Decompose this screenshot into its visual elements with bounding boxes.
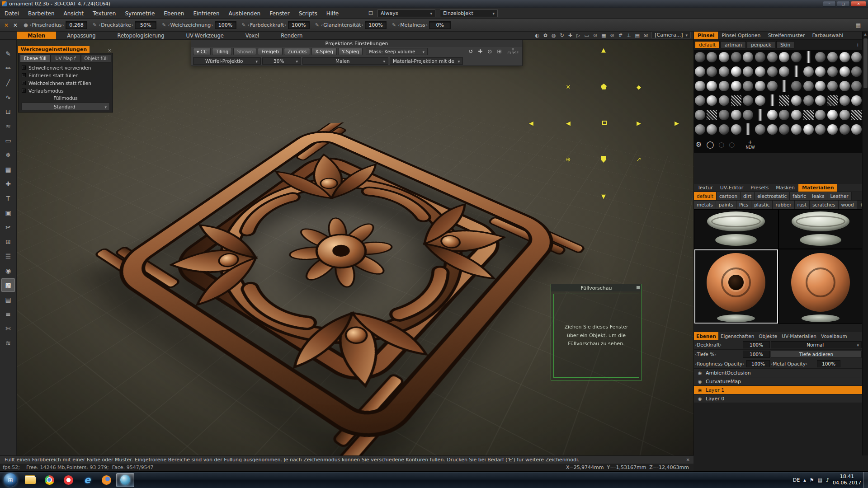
brush-thumbnail[interactable] bbox=[814, 64, 826, 79]
slider-label[interactable]: Metalness bbox=[398, 22, 428, 28]
opacity-label[interactable]: Deckkraft bbox=[695, 342, 742, 347]
brush-set-tab[interactable]: Skin bbox=[776, 41, 794, 48]
white-x-icon[interactable]: ✕ bbox=[13, 22, 18, 28]
brush-thumbnail[interactable] bbox=[802, 79, 815, 93]
brush-thumbnail[interactable] bbox=[839, 122, 851, 136]
brush-thumbnail[interactable] bbox=[802, 122, 815, 136]
brush-thumbnail[interactable] bbox=[754, 64, 766, 79]
brush-thumbnail[interactable] bbox=[694, 50, 706, 64]
projection-button[interactable]: Freigeb bbox=[258, 48, 283, 55]
eye-icon[interactable]: ◉ bbox=[694, 371, 706, 375]
brush-thumbnail[interactable] bbox=[754, 93, 766, 108]
checkbox[interactable] bbox=[22, 73, 26, 77]
brush-thumbnail[interactable] bbox=[706, 50, 718, 64]
brush-thumbnail[interactable] bbox=[778, 79, 790, 93]
brush-thumbnail[interactable] bbox=[718, 64, 730, 79]
tool-pose[interactable]: ☰ bbox=[1, 249, 15, 263]
brush-thumbnail[interactable] bbox=[790, 79, 802, 93]
projection-dropdown[interactable]: Material-Projektion mit de bbox=[390, 57, 463, 65]
brush-thumbnail[interactable] bbox=[730, 93, 742, 108]
brush-thumbnail[interactable] bbox=[814, 93, 826, 108]
brush-thumbnail[interactable] bbox=[730, 79, 742, 93]
scrollbar-thumb[interactable] bbox=[863, 38, 868, 88]
brush-thumbnail[interactable] bbox=[742, 64, 755, 79]
menu-item[interactable]: Einfrieren bbox=[189, 10, 224, 17]
scroll-up-icon[interactable]: ▲ bbox=[864, 33, 866, 36]
brush-thumbnail[interactable] bbox=[742, 79, 755, 93]
dock-tab[interactable]: Presets bbox=[747, 184, 772, 192]
room-tab[interactable]: Retopologisierung bbox=[107, 32, 175, 39]
menu-item[interactable]: Texturen bbox=[88, 10, 121, 17]
dock-tab[interactable]: Ebenen bbox=[694, 332, 718, 340]
checkbox[interactable] bbox=[22, 66, 26, 70]
brush-thumbnail[interactable] bbox=[839, 50, 851, 64]
roughness-opacity-value[interactable]: 100% bbox=[746, 360, 770, 367]
brush-thumbnail[interactable] bbox=[730, 122, 742, 136]
menu-item[interactable]: Symmetrie bbox=[120, 10, 159, 17]
dock-tab[interactable]: Textur bbox=[694, 184, 717, 192]
brush-thumbnail[interactable] bbox=[802, 93, 815, 108]
pin-icon[interactable] bbox=[636, 286, 640, 290]
menu-item[interactable]: Ebenen bbox=[159, 10, 189, 17]
projection-button[interactable]: Zurücks bbox=[284, 48, 310, 55]
brush-thumbnail[interactable] bbox=[718, 79, 730, 93]
eye-icon[interactable]: ◉ bbox=[694, 379, 706, 384]
brush-thumbnail[interactable] bbox=[766, 108, 778, 122]
dock-tab[interactable]: Voxelbaum bbox=[819, 332, 849, 340]
brush-thumbnail[interactable] bbox=[814, 50, 826, 64]
tool-clone[interactable]: ⊡ bbox=[1, 105, 15, 118]
tool-brush[interactable]: ✎ bbox=[1, 47, 15, 61]
brush-thumbnail[interactable] bbox=[706, 79, 718, 93]
gear-icon[interactable]: ⚙ bbox=[696, 141, 702, 149]
brush-thumbnail[interactable] bbox=[814, 122, 826, 136]
brush-thumbnail[interactable] bbox=[826, 79, 839, 93]
material-thumbnail-selected[interactable] bbox=[694, 249, 778, 324]
brush-thumbnail[interactable] bbox=[839, 108, 851, 122]
fill-mode-tab[interactable]: UV-Map f bbox=[50, 55, 80, 62]
panel-title[interactable]: Füllvorschau bbox=[551, 284, 642, 291]
material-thumbnail[interactable] bbox=[694, 209, 778, 249]
rotate-view-icon[interactable]: ↺ bbox=[468, 48, 473, 55]
brush-thumbnail[interactable] bbox=[778, 122, 790, 136]
material-category-tab[interactable]: metals bbox=[694, 201, 716, 209]
CurvatureMap[interactable]: ◉ CurvatureMap bbox=[694, 377, 863, 386]
light-icon[interactable]: ✿ bbox=[543, 33, 547, 38]
material-thumbnail[interactable] bbox=[778, 249, 863, 324]
zoom-view-icon[interactable]: ⊙ bbox=[487, 48, 492, 55]
brush-thumbnail[interactable] bbox=[814, 79, 826, 93]
brush-thumbnail[interactable] bbox=[826, 122, 839, 136]
brush-thumbnail[interactable] bbox=[706, 122, 718, 136]
brush-thumbnail[interactable] bbox=[790, 50, 802, 64]
brush-thumbnail[interactable] bbox=[850, 64, 863, 79]
sym-arrow-down[interactable]: ▼ bbox=[600, 192, 607, 200]
brush-thumbnail[interactable] bbox=[790, 93, 802, 108]
brush-thumbnail[interactable] bbox=[778, 50, 790, 64]
Layer 1[interactable]: ◉ Layer 1 bbox=[694, 386, 863, 394]
brush-thumbnail[interactable] bbox=[850, 93, 863, 108]
material-category-tab[interactable]: fabric bbox=[790, 192, 809, 200]
menu-item[interactable]: Ausblenden bbox=[224, 10, 265, 17]
sym-cross-marker[interactable]: ✕ bbox=[565, 83, 572, 90]
maximize-button[interactable]: ▢ bbox=[837, 1, 850, 7]
material-category-tab[interactable]: dirt bbox=[741, 192, 755, 200]
sym-arrow-left[interactable]: ◀ bbox=[565, 119, 572, 127]
material-category-tab[interactable]: default bbox=[694, 192, 717, 200]
tool-line[interactable]: ╱ bbox=[1, 76, 15, 89]
brush-thumbnail[interactable] bbox=[778, 64, 790, 79]
projection-dropdown[interactable]: 30% bbox=[262, 57, 301, 65]
material-category-tab[interactable]: leaks bbox=[809, 192, 827, 200]
chrome-icon[interactable] bbox=[40, 473, 58, 487]
sym-arrow-right[interactable]: ▶ bbox=[635, 119, 642, 127]
menu-item[interactable]: Hilfe bbox=[322, 10, 343, 17]
sym-square-marker[interactable] bbox=[602, 121, 607, 125]
coat-app-icon[interactable] bbox=[116, 473, 134, 487]
projection-button[interactable]: Tiling bbox=[212, 48, 232, 55]
slider-label[interactable]: Pinselradius bbox=[29, 22, 64, 28]
menu-item[interactable]: Datei bbox=[0, 10, 24, 17]
tool-eraser[interactable]: ▭ bbox=[1, 134, 15, 147]
menu-item[interactable]: Fenster bbox=[265, 10, 294, 17]
material-category-tab[interactable]: rust bbox=[795, 201, 810, 209]
dock-tab[interactable]: Pinsel Optionen bbox=[718, 32, 764, 39]
brush-thumbnail[interactable] bbox=[742, 50, 755, 64]
projection-button[interactable]: ▾ CC bbox=[193, 48, 211, 55]
